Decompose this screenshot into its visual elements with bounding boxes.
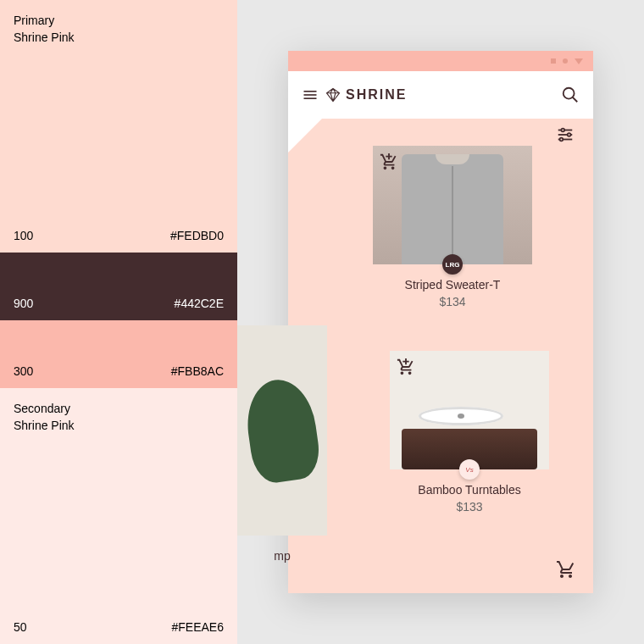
product-card[interactable]: Vs Bamboo Turntables $133 bbox=[390, 351, 549, 514]
brand-logo[interactable]: SHRINE bbox=[325, 87, 407, 103]
product-image: LRG bbox=[373, 146, 532, 264]
product-price: $134 bbox=[373, 295, 532, 308]
app-frame: SHRINE LRG Striped Sweater-T $134 bbox=[288, 51, 593, 593]
add-to-cart-icon[interactable] bbox=[397, 358, 415, 376]
svg-line-4 bbox=[573, 97, 578, 103]
swatch-900: 900 #442C2E bbox=[0, 253, 237, 320]
window-close-icon[interactable] bbox=[575, 58, 583, 64]
add-to-cart-icon[interactable] bbox=[380, 153, 398, 171]
swatch-name: Shrine Pink bbox=[14, 419, 224, 432]
product-name: mp bbox=[237, 549, 327, 563]
diamond-icon bbox=[325, 87, 341, 103]
size-badge: LRG bbox=[442, 254, 463, 275]
brand-badge: Vs bbox=[459, 459, 480, 480]
product-name: Bamboo Turntables bbox=[390, 483, 549, 497]
svg-point-3 bbox=[564, 88, 575, 99]
product-price: $133 bbox=[390, 500, 549, 514]
brand-text: SHRINE bbox=[346, 87, 407, 103]
product-image: Vs bbox=[390, 351, 549, 469]
shopping-cart-icon bbox=[556, 559, 576, 580]
menu-icon[interactable] bbox=[302, 86, 319, 103]
swatch-secondary-50: Secondary Shrine Pink 50 #FEEAE6 bbox=[0, 388, 237, 644]
swatch-hex: #FBB8AC bbox=[171, 364, 224, 378]
product-image bbox=[237, 325, 327, 536]
swatch-level: 900 bbox=[14, 297, 33, 310]
product-card[interactable]: LRG Striped Sweater-T $134 bbox=[373, 146, 532, 308]
product-name: Striped Sweater-T bbox=[373, 278, 532, 291]
app-header: SHRINE bbox=[288, 71, 593, 119]
swatch-name: Shrine Pink bbox=[14, 31, 224, 44]
window-maximize-icon[interactable] bbox=[563, 58, 568, 64]
search-icon[interactable] bbox=[561, 86, 580, 104]
swatch-label: Primary bbox=[14, 14, 224, 27]
window-minimize-icon[interactable] bbox=[551, 58, 556, 64]
swatch-300: 300 #FBB8AC bbox=[0, 320, 237, 388]
swatch-level: 50 bbox=[14, 620, 27, 634]
window-titlebar bbox=[288, 51, 593, 71]
color-palette: Primary Shrine Pink 100 #FEDBD0 900 #442… bbox=[0, 0, 237, 644]
swatch-hex: #FEEAE6 bbox=[172, 620, 224, 634]
swatch-primary-100: Primary Shrine Pink 100 #FEDBD0 bbox=[0, 0, 237, 253]
swatch-hex: #442C2E bbox=[175, 297, 224, 310]
swatch-hex: #FEDBD0 bbox=[170, 229, 224, 242]
product-card[interactable]: mp bbox=[237, 325, 327, 563]
swatch-label: Secondary bbox=[14, 402, 224, 415]
swatch-level: 100 bbox=[14, 229, 33, 242]
product-grid[interactable]: LRG Striped Sweater-T $134 mp Vs bbox=[237, 122, 593, 593]
swatch-level: 300 bbox=[14, 364, 33, 378]
